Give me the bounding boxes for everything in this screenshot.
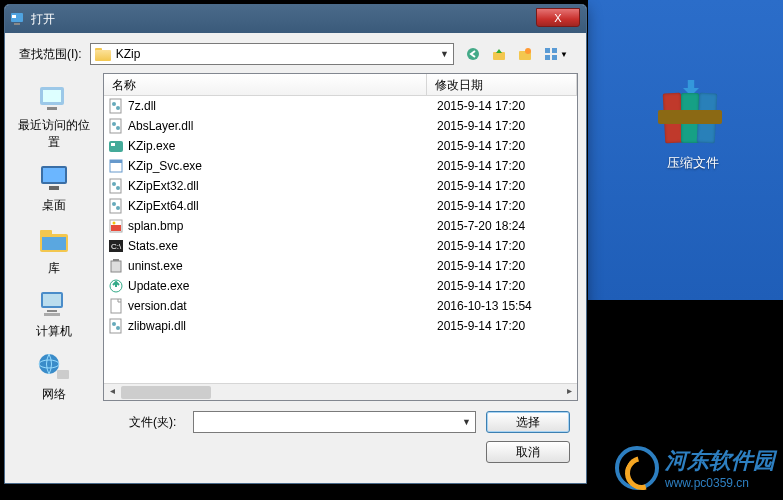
file-row[interactable]: Update.exe2015-9-14 17:20 [104, 276, 577, 296]
svg-rect-7 [545, 48, 550, 53]
svg-rect-16 [49, 186, 59, 190]
svg-rect-2 [12, 15, 16, 18]
svg-point-29 [116, 106, 120, 110]
chevron-down-icon: ▼ [440, 49, 449, 59]
svg-point-31 [112, 122, 116, 126]
sidebar-desktop-label: 桌面 [13, 197, 95, 214]
archive-label: 压缩文件 [658, 154, 728, 172]
svg-rect-4 [493, 52, 505, 60]
open-file-dialog: 打开 X 查找范围(I): KZip ▼ ▼ 最近访问的位置 桌面 [4, 4, 587, 484]
nav-up-button[interactable] [488, 43, 510, 65]
file-row[interactable]: C:\Stats.exe2015-9-14 17:20 [104, 236, 577, 256]
file-type-icon [108, 98, 124, 114]
horizontal-scrollbar[interactable] [104, 383, 577, 400]
svg-rect-13 [47, 107, 57, 110]
select-button[interactable]: 选择 [486, 411, 570, 433]
file-type-icon [108, 118, 124, 134]
file-type-icon [108, 178, 124, 194]
svg-point-32 [116, 126, 120, 130]
file-name: KZip_Svc.exe [128, 159, 429, 173]
column-name[interactable]: 名称 [104, 74, 427, 95]
svg-point-39 [116, 186, 120, 190]
sidebar-libraries-label: 库 [13, 260, 95, 277]
svg-rect-37 [110, 179, 121, 193]
file-date: 2015-9-14 17:20 [429, 259, 577, 273]
file-date: 2015-9-14 17:20 [429, 119, 577, 133]
nav-back-button[interactable] [462, 43, 484, 65]
svg-rect-34 [111, 143, 115, 146]
svg-point-3 [467, 48, 479, 60]
sidebar-libraries[interactable]: 库 [9, 220, 99, 281]
titlebar[interactable]: 打开 X [5, 5, 586, 33]
computer-icon [36, 287, 72, 321]
file-name: uninst.exe [128, 259, 429, 273]
file-date: 2015-7-20 18:24 [429, 219, 577, 233]
file-type-icon [108, 258, 124, 274]
svg-rect-48 [111, 261, 121, 272]
file-row[interactable]: uninst.exe2015-9-14 17:20 [104, 256, 577, 276]
file-date: 2015-9-14 17:20 [429, 139, 577, 153]
file-row[interactable]: 7z.dll2015-9-14 17:20 [104, 96, 577, 116]
file-row[interactable]: KZipExt32.dll2015-9-14 17:20 [104, 176, 577, 196]
file-list: 名称 修改日期 7z.dll2015-9-14 17:20AbsLayer.dl… [103, 73, 578, 401]
svg-rect-19 [42, 237, 66, 250]
desktop-archive-shortcut[interactable]: 压缩文件 [658, 90, 728, 172]
file-name: version.dat [128, 299, 429, 313]
look-in-dropdown[interactable]: KZip ▼ [90, 43, 454, 65]
svg-point-6 [525, 48, 531, 54]
svg-rect-12 [43, 90, 61, 102]
column-date[interactable]: 修改日期 [427, 74, 577, 95]
file-date: 2015-9-14 17:20 [429, 179, 577, 193]
file-date: 2015-9-14 17:20 [429, 159, 577, 173]
cancel-button[interactable]: 取消 [486, 441, 570, 463]
watermark-logo-icon [615, 446, 659, 490]
svg-rect-33 [109, 141, 123, 152]
watermark-name: 河东软件园 [665, 448, 775, 473]
file-date: 2015-9-14 17:20 [429, 199, 577, 213]
svg-point-42 [116, 206, 120, 210]
svg-rect-50 [111, 299, 121, 313]
svg-rect-27 [110, 99, 121, 113]
sidebar-recent-label: 最近访问的位置 [13, 117, 95, 151]
network-icon [36, 350, 72, 384]
file-name: Stats.exe [128, 239, 429, 253]
list-header[interactable]: 名称 修改日期 [104, 74, 577, 96]
file-date: 2015-9-14 17:20 [429, 279, 577, 293]
scrollbar-thumb[interactable] [121, 386, 211, 399]
file-type-icon: C:\ [108, 238, 124, 254]
file-row[interactable]: splan.bmp2015-7-20 18:24 [104, 216, 577, 236]
recent-places-icon [36, 81, 72, 115]
watermark-url: www.pc0359.cn [665, 476, 775, 490]
chevron-down-icon: ▼ [462, 417, 471, 427]
file-row[interactable]: KZip_Svc.exe2015-9-14 17:20 [104, 156, 577, 176]
file-name: KZip.exe [128, 139, 429, 153]
filename-combobox[interactable]: ▼ [193, 411, 476, 433]
close-button[interactable]: X [536, 8, 580, 27]
file-name: AbsLayer.dll [128, 119, 429, 133]
sidebar-recent[interactable]: 最近访问的位置 [9, 77, 99, 155]
file-row[interactable]: version.dat2016-10-13 15:54 [104, 296, 577, 316]
dialog-icon [9, 11, 25, 27]
new-folder-button[interactable] [514, 43, 536, 65]
file-row[interactable]: KZipExt64.dll2015-9-14 17:20 [104, 196, 577, 216]
sidebar-computer[interactable]: 计算机 [9, 283, 99, 344]
svg-point-53 [116, 326, 120, 330]
desktop-icon [36, 161, 72, 195]
svg-rect-30 [110, 119, 121, 133]
file-name: Update.exe [128, 279, 429, 293]
current-folder-name: KZip [116, 47, 141, 61]
file-row[interactable]: zlibwapi.dll2015-9-14 17:20 [104, 316, 577, 336]
file-row[interactable]: AbsLayer.dll2015-9-14 17:20 [104, 116, 577, 136]
file-type-icon [108, 198, 124, 214]
archive-books-icon [658, 90, 728, 146]
file-name: zlibwapi.dll [128, 319, 429, 333]
svg-point-28 [112, 102, 116, 106]
file-name: splan.bmp [128, 219, 429, 233]
file-row[interactable]: KZip.exe2015-9-14 17:20 [104, 136, 577, 156]
sidebar-desktop[interactable]: 桌面 [9, 157, 99, 218]
dialog-title: 打开 [31, 11, 55, 28]
svg-rect-26 [57, 370, 69, 379]
watermark: 河东软件园 www.pc0359.cn [615, 446, 775, 490]
view-menu-button[interactable]: ▼ [540, 43, 572, 65]
sidebar-network[interactable]: 网络 [9, 346, 99, 407]
